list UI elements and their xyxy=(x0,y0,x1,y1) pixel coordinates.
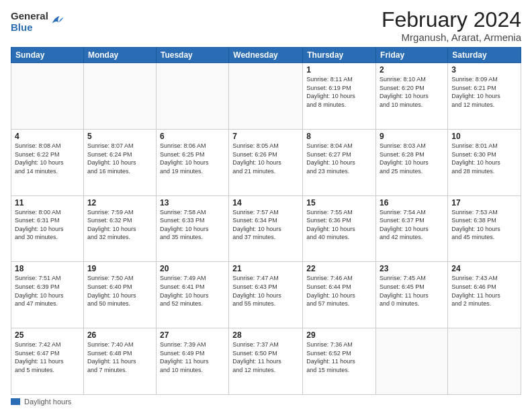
day-number: 18 xyxy=(15,264,80,273)
calendar-cell: 9Sunrise: 8:03 AM Sunset: 6:28 PM Daylig… xyxy=(376,129,448,195)
weekday-saturday: Saturday xyxy=(448,48,521,63)
day-number: 8 xyxy=(306,132,372,141)
day-info: Sunrise: 8:05 AM Sunset: 6:26 PM Dayligh… xyxy=(232,142,299,175)
day-number: 24 xyxy=(451,264,517,273)
calendar-cell: 8Sunrise: 8:04 AM Sunset: 6:27 PM Daylig… xyxy=(303,129,376,195)
day-info: Sunrise: 7:51 AM Sunset: 6:39 PM Dayligh… xyxy=(15,274,80,308)
day-number: 28 xyxy=(232,330,299,340)
bird-icon xyxy=(50,13,64,28)
day-number: 11 xyxy=(15,198,80,208)
weekday-sunday: Sunday xyxy=(11,48,84,63)
day-number: 20 xyxy=(160,264,225,273)
calendar-cell: 19Sunrise: 7:50 AM Sunset: 6:40 PM Dayli… xyxy=(83,262,156,328)
day-info: Sunrise: 8:03 AM Sunset: 6:28 PM Dayligh… xyxy=(380,142,444,175)
day-number: 19 xyxy=(87,264,152,273)
day-info: Sunrise: 7:49 AM Sunset: 6:41 PM Dayligh… xyxy=(160,274,225,308)
month-title: February 2024 xyxy=(382,8,521,32)
day-info: Sunrise: 7:45 AM Sunset: 6:45 PM Dayligh… xyxy=(380,274,444,308)
location-title: Mrganush, Ararat, Armenia xyxy=(382,32,521,43)
day-number: 10 xyxy=(451,132,517,141)
calendar-cell: 12Sunrise: 7:59 AM Sunset: 6:32 PM Dayli… xyxy=(83,195,156,262)
calendar-cell: 13Sunrise: 7:58 AM Sunset: 6:33 PM Dayli… xyxy=(156,195,228,262)
calendar-cell: 17Sunrise: 7:53 AM Sunset: 6:38 PM Dayli… xyxy=(448,195,521,262)
calendar-cell: 16Sunrise: 7:54 AM Sunset: 6:37 PM Dayli… xyxy=(376,195,448,262)
calendar-cell: 3Sunrise: 8:09 AM Sunset: 6:21 PM Daylig… xyxy=(448,63,521,130)
calendar-cell: 6Sunrise: 8:06 AM Sunset: 6:25 PM Daylig… xyxy=(156,129,228,195)
calendar-cell xyxy=(229,63,303,130)
day-info: Sunrise: 7:46 AM Sunset: 6:44 PM Dayligh… xyxy=(306,274,372,308)
day-number: 4 xyxy=(15,132,80,141)
day-number: 21 xyxy=(232,264,299,273)
calendar-cell: 15Sunrise: 7:55 AM Sunset: 6:36 PM Dayli… xyxy=(303,195,376,262)
logo-text: General Blue xyxy=(11,11,48,33)
day-number: 29 xyxy=(306,330,372,340)
footer: Daylight hours xyxy=(11,398,521,406)
header-right: February 2024 Mrganush, Ararat, Armenia xyxy=(382,8,521,43)
day-info: Sunrise: 7:36 AM Sunset: 6:52 PM Dayligh… xyxy=(306,340,372,374)
weekday-tuesday: Tuesday xyxy=(156,48,228,63)
day-info: Sunrise: 7:55 AM Sunset: 6:36 PM Dayligh… xyxy=(306,208,372,242)
calendar-cell: 14Sunrise: 7:57 AM Sunset: 6:34 PM Dayli… xyxy=(229,195,303,262)
day-number: 13 xyxy=(160,198,225,208)
weekday-monday: Monday xyxy=(83,48,156,63)
day-info: Sunrise: 7:43 AM Sunset: 6:46 PM Dayligh… xyxy=(451,274,517,308)
calendar-cell: 5Sunrise: 8:07 AM Sunset: 6:24 PM Daylig… xyxy=(83,129,156,195)
day-number: 17 xyxy=(451,198,517,208)
day-info: Sunrise: 7:53 AM Sunset: 6:38 PM Dayligh… xyxy=(451,208,517,242)
calendar-cell xyxy=(83,63,156,130)
calendar-cell: 25Sunrise: 7:42 AM Sunset: 6:47 PM Dayli… xyxy=(11,328,84,395)
calendar-cell: 20Sunrise: 7:49 AM Sunset: 6:41 PM Dayli… xyxy=(156,262,228,328)
calendar-cell xyxy=(448,328,521,395)
calendar-cell: 22Sunrise: 7:46 AM Sunset: 6:44 PM Dayli… xyxy=(303,262,376,328)
calendar-cell: 7Sunrise: 8:05 AM Sunset: 6:26 PM Daylig… xyxy=(229,129,303,195)
day-info: Sunrise: 7:57 AM Sunset: 6:34 PM Dayligh… xyxy=(232,208,299,242)
legend-label: Daylight hours xyxy=(24,398,71,406)
calendar-cell xyxy=(11,63,84,130)
weekday-friday: Friday xyxy=(376,48,448,63)
day-info: Sunrise: 8:11 AM Sunset: 6:19 PM Dayligh… xyxy=(306,75,372,109)
week-row-2: 11Sunrise: 8:00 AM Sunset: 6:31 PM Dayli… xyxy=(11,195,521,262)
week-row-1: 4Sunrise: 8:08 AM Sunset: 6:22 PM Daylig… xyxy=(11,129,521,195)
day-number: 26 xyxy=(87,330,152,340)
day-info: Sunrise: 7:54 AM Sunset: 6:37 PM Dayligh… xyxy=(380,208,444,242)
legend: Daylight hours xyxy=(11,398,71,406)
day-info: Sunrise: 7:50 AM Sunset: 6:40 PM Dayligh… xyxy=(87,274,152,308)
day-info: Sunrise: 7:59 AM Sunset: 6:32 PM Dayligh… xyxy=(87,208,152,242)
day-info: Sunrise: 8:07 AM Sunset: 6:24 PM Dayligh… xyxy=(87,142,152,175)
week-row-0: 1Sunrise: 8:11 AM Sunset: 6:19 PM Daylig… xyxy=(11,63,521,130)
calendar-cell: 18Sunrise: 7:51 AM Sunset: 6:39 PM Dayli… xyxy=(11,262,84,328)
calendar-cell: 26Sunrise: 7:40 AM Sunset: 6:48 PM Dayli… xyxy=(83,328,156,395)
day-number: 5 xyxy=(87,132,152,141)
weekday-header-row: SundayMondayTuesdayWednesdayThursdayFrid… xyxy=(11,48,521,63)
legend-box xyxy=(11,398,20,405)
top-section: General Blue February 2024 Mrganush, Ara… xyxy=(11,8,521,43)
day-number: 1 xyxy=(306,65,372,75)
day-number: 12 xyxy=(87,198,152,208)
day-info: Sunrise: 7:40 AM Sunset: 6:48 PM Dayligh… xyxy=(87,340,152,374)
weekday-wednesday: Wednesday xyxy=(229,48,303,63)
logo-blue: Blue xyxy=(11,22,48,34)
day-info: Sunrise: 7:42 AM Sunset: 6:47 PM Dayligh… xyxy=(15,340,80,374)
calendar-table: SundayMondayTuesdayWednesdayThursdayFrid… xyxy=(11,47,521,395)
day-number: 23 xyxy=(380,264,444,273)
day-number: 6 xyxy=(160,132,225,141)
day-number: 22 xyxy=(306,264,372,273)
week-row-3: 18Sunrise: 7:51 AM Sunset: 6:39 PM Dayli… xyxy=(11,262,521,328)
day-info: Sunrise: 7:37 AM Sunset: 6:50 PM Dayligh… xyxy=(232,340,299,374)
page: General Blue February 2024 Mrganush, Ara… xyxy=(0,0,532,411)
day-number: 15 xyxy=(306,198,372,208)
day-number: 27 xyxy=(160,330,225,340)
day-number: 9 xyxy=(380,132,444,141)
day-number: 14 xyxy=(232,198,299,208)
week-row-4: 25Sunrise: 7:42 AM Sunset: 6:47 PM Dayli… xyxy=(11,328,521,395)
calendar-cell: 10Sunrise: 8:01 AM Sunset: 6:30 PM Dayli… xyxy=(448,129,521,195)
day-number: 25 xyxy=(15,330,80,340)
weekday-thursday: Thursday xyxy=(303,48,376,63)
calendar-cell: 27Sunrise: 7:39 AM Sunset: 6:49 PM Dayli… xyxy=(156,328,228,395)
calendar-cell: 21Sunrise: 7:47 AM Sunset: 6:43 PM Dayli… xyxy=(229,262,303,328)
day-number: 16 xyxy=(380,198,444,208)
calendar-cell: 29Sunrise: 7:36 AM Sunset: 6:52 PM Dayli… xyxy=(303,328,376,395)
calendar-cell: 1Sunrise: 8:11 AM Sunset: 6:19 PM Daylig… xyxy=(303,63,376,130)
calendar-cell: 4Sunrise: 8:08 AM Sunset: 6:22 PM Daylig… xyxy=(11,129,84,195)
day-info: Sunrise: 8:10 AM Sunset: 6:20 PM Dayligh… xyxy=(380,75,444,109)
